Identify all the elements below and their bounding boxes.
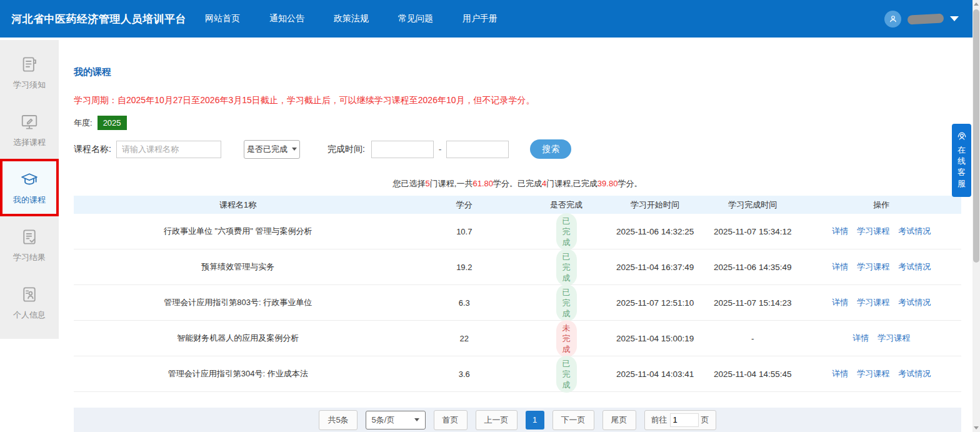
sidebar-item-my-courses[interactable]: 我的课程	[0, 159, 59, 216]
course-name: 行政事业单位 "六项费用" 管理与案例分析	[74, 226, 402, 237]
course-actions: 详情学习课程考试情况	[801, 226, 961, 237]
finish-time-end-input[interactable]	[446, 141, 509, 158]
scrollbar-thumb[interactable]	[973, 9, 979, 263]
pagination-bar: 共5条 5条/页 首页 上一页 1 下一页 尾页 前往 页	[74, 408, 961, 432]
online-service-button[interactable]: 在线客服	[952, 124, 971, 197]
last-page-button[interactable]: 尾页	[602, 410, 636, 430]
nav-item-home[interactable]: 网站首页	[205, 13, 240, 24]
study-course-link[interactable]: 学习课程	[857, 226, 889, 236]
status-badge: 已完成	[556, 213, 577, 250]
page-size-select[interactable]: 5条/页	[366, 411, 426, 429]
scrollbar[interactable]	[972, 0, 980, 432]
status-badge: 已完成	[556, 356, 577, 393]
user-icon	[888, 14, 898, 24]
study-course-link[interactable]: 学习课程	[857, 369, 889, 378]
summary-text: 门课程,已完成	[546, 179, 598, 188]
sidebar-item-personal-info[interactable]: 个人信息	[0, 274, 59, 331]
course-start-time: 2025-11-07 12:51:10	[606, 298, 704, 308]
goto-page-input[interactable]	[670, 413, 699, 427]
top-nav: 网站首页 通知公告 政策法规 常见问题 用户手册	[205, 13, 498, 24]
table-row: 管理会计应用指引第304号: 作业成本法 3.6 已完成 2025-11-04 …	[74, 356, 961, 392]
range-separator: -	[439, 144, 442, 154]
id-card-icon	[20, 285, 39, 304]
exam-status-link[interactable]: 考试情况	[898, 262, 931, 271]
first-page-button[interactable]: 首页	[434, 410, 468, 430]
course-name: 管理会计应用指引第304号: 作业成本法	[74, 368, 402, 379]
summary-text: 您已选择	[393, 179, 426, 188]
username-redacted	[908, 13, 944, 24]
header-course-name: 课程名1称	[74, 199, 402, 211]
course-end-time: -	[704, 334, 801, 343]
course-end-time: 2025-11-07 15:34:12	[704, 227, 801, 236]
sidebar-item-label: 我的课程	[13, 194, 46, 206]
sidebar: 学习须知 选择课程 我的课程 学习结果 个人信息	[0, 38, 59, 432]
sidebar-item-label: 选择课程	[13, 137, 46, 148]
chevron-down-icon[interactable]	[950, 16, 959, 21]
goto-page-control: 前往 页	[644, 410, 716, 430]
topbar: 河北省中医药经济管理人员培训平台 网站首页 通知公告 政策法规 常见问题 用户手…	[0, 0, 972, 38]
course-table: 课程名1称 学分 是否完成 学习开始时间 学习完成时间 操作 行政事业单位 "六…	[74, 196, 961, 392]
year-badge[interactable]: 2025	[98, 116, 127, 130]
next-page-button[interactable]: 下一页	[552, 410, 594, 430]
study-course-link[interactable]: 学习课程	[857, 262, 889, 271]
exam-status-link[interactable]: 考试情况	[898, 369, 931, 378]
course-actions: 详情学习课程考试情况	[801, 261, 961, 273]
avatar[interactable]	[884, 11, 901, 28]
course-name-input[interactable]	[116, 141, 221, 158]
course-end-time: 2025-11-04 14:55:45	[704, 369, 801, 379]
nav-item-notices[interactable]: 通知公告	[269, 13, 304, 24]
detail-link[interactable]: 详情	[832, 226, 848, 236]
select-caret-icon	[414, 418, 419, 421]
graduation-cap-icon	[20, 170, 39, 189]
prev-page-button[interactable]: 上一页	[476, 410, 518, 430]
detail-link[interactable]: 详情	[852, 333, 869, 343]
exam-status-link[interactable]: 考试情况	[898, 298, 931, 307]
user-menu[interactable]	[884, 11, 959, 28]
detail-link[interactable]: 详情	[832, 262, 848, 271]
course-start-time: 2025-11-04 14:03:41	[606, 369, 704, 379]
nav-item-manual[interactable]: 用户手册	[462, 13, 498, 24]
sidebar-menu: 学习须知 选择课程 我的课程 学习结果 个人信息	[0, 40, 59, 339]
sidebar-item-study-results[interactable]: 学习结果	[0, 216, 59, 274]
scroll-up-icon[interactable]	[974, 3, 979, 6]
course-actions: 详情学习课程考试情况	[801, 368, 961, 379]
study-course-link[interactable]: 学习课程	[857, 298, 889, 307]
nav-item-faq[interactable]: 常见问题	[398, 13, 433, 24]
course-summary: 您已选择5门课程,一共61.80学分。已完成4门课程,已完成39.80学分。	[74, 178, 961, 189]
year-row: 年度: 2025	[74, 116, 961, 130]
scroll-down-icon[interactable]	[974, 426, 979, 429]
header-start-time: 学习开始时间	[606, 199, 704, 211]
notebook-icon	[20, 55, 39, 74]
finish-time-start-input[interactable]	[371, 141, 434, 158]
status-badge: 已完成	[556, 284, 577, 321]
summary-text: 门课程,一共	[430, 179, 473, 188]
header-end-time: 学习完成时间	[704, 199, 801, 211]
header-status: 是否完成	[526, 199, 606, 211]
course-credit: 22	[402, 334, 526, 343]
sidebar-item-study-notice[interactable]: 学习须知	[0, 44, 59, 101]
status-badge: 未完成	[556, 320, 577, 357]
table-row: 预算绩效管理与实务 19.2 已完成 2025-11-04 16:37:49 2…	[74, 249, 961, 285]
exam-status-link[interactable]: 考试情况	[898, 226, 931, 236]
course-status: 未完成	[526, 320, 606, 357]
detail-link[interactable]: 详情	[832, 298, 848, 307]
summary-text: 学分。	[618, 179, 642, 188]
course-start-time: 2025-11-06 14:32:25	[606, 227, 704, 236]
current-page-button[interactable]: 1	[526, 411, 544, 429]
summary-done-credits: 39.80	[598, 179, 618, 188]
table-row: 行政事业单位 "六项费用" 管理与案例分析 10.7 已完成 2025-11-0…	[74, 214, 961, 249]
nav-item-policies[interactable]: 政策法规	[334, 13, 369, 24]
sidebar-item-label: 个人信息	[13, 309, 46, 321]
goto-suffix-label: 页	[701, 414, 709, 426]
course-status: 已完成	[526, 249, 606, 286]
study-course-link[interactable]: 学习课程	[878, 333, 910, 343]
course-credit: 10.7	[402, 227, 526, 236]
search-button[interactable]: 搜索	[530, 139, 571, 159]
course-status: 已完成	[526, 284, 606, 321]
result-list-icon	[20, 228, 39, 246]
course-start-time: 2025-11-04 16:37:49	[606, 263, 704, 272]
detail-link[interactable]: 详情	[832, 369, 848, 378]
completed-select[interactable]: 是否已完成	[244, 140, 300, 159]
sidebar-item-select-course[interactable]: 选择课程	[0, 101, 59, 159]
summary-count-selected: 5	[426, 179, 430, 188]
